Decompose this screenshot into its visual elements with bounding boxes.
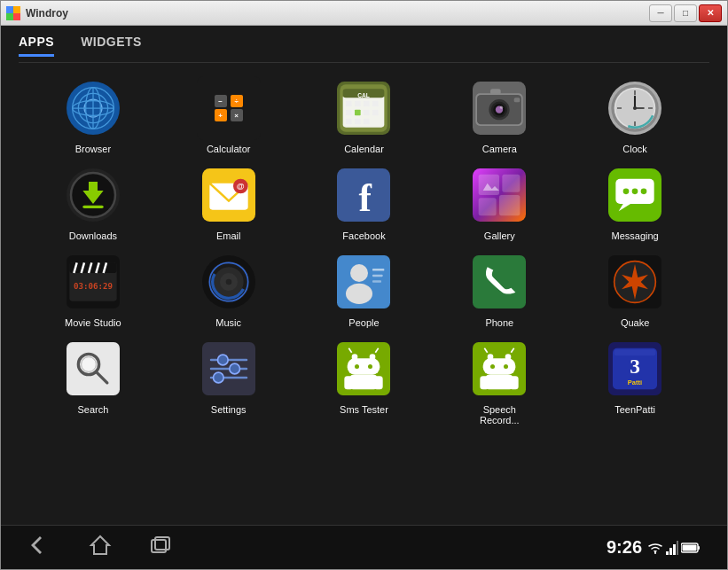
- app-item-smstester[interactable]: Sms Tester: [299, 337, 430, 426]
- app-item-search[interactable]: Search: [27, 337, 159, 426]
- svg-text:03:06:29: 03:06:29: [74, 281, 113, 291]
- svg-rect-18: [355, 101, 361, 107]
- tab-apps[interactable]: APPS: [19, 35, 54, 57]
- svg-marker-136: [91, 536, 109, 554]
- app-label-quake: Quake: [621, 317, 649, 328]
- window-title: Windroy: [26, 7, 68, 20]
- title-bar-left: Windroy: [6, 6, 68, 20]
- svg-rect-93: [372, 280, 381, 283]
- svg-rect-92: [372, 275, 383, 277]
- svg-point-48: [633, 106, 637, 110]
- app-icon-calendar: CAL: [332, 76, 395, 140]
- svg-rect-2: [6, 13, 13, 20]
- svg-rect-113: [348, 358, 380, 374]
- app-item-clock[interactable]: Clock: [569, 76, 701, 154]
- svg-rect-118: [350, 375, 377, 390]
- svg-point-89: [350, 264, 368, 282]
- app-item-moviestudio[interactable]: 03:06:29 Movie Studio: [27, 250, 159, 328]
- app-label-calendar: Calendar: [344, 144, 384, 154]
- app-item-speechrecord[interactable]: Speech Record...: [434, 337, 565, 426]
- svg-rect-62: [503, 175, 521, 192]
- minimize-button[interactable]: ─: [649, 4, 672, 22]
- app-item-teenpatti[interactable]: 3 Patti TeenPatti: [569, 337, 701, 426]
- app-item-downloads[interactable]: Downloads: [27, 163, 159, 241]
- app-label-settings: Settings: [211, 404, 247, 415]
- svg-point-125: [490, 364, 495, 369]
- app-label-phone: Phone: [485, 317, 513, 328]
- app-label-calculator: Calculator: [207, 144, 251, 154]
- app-item-browser[interactable]: Browser: [27, 76, 159, 154]
- app-icon-gallery: [467, 163, 531, 227]
- app-item-calendar[interactable]: CAL: [299, 76, 430, 154]
- app-icon-facebook: f: [332, 163, 395, 227]
- svg-rect-61: [479, 175, 499, 195]
- app-icon-quake: [603, 250, 667, 314]
- app-item-quake[interactable]: Quake: [569, 250, 701, 328]
- wifi-icon: [647, 541, 663, 555]
- app-item-email[interactable]: @ Email: [163, 163, 294, 241]
- svg-point-105: [230, 363, 240, 374]
- svg-rect-140: [666, 551, 669, 555]
- svg-text:f: f: [359, 176, 372, 219]
- app-icon-music: [197, 250, 261, 314]
- svg-point-71: [641, 189, 647, 195]
- app-icon-people: [332, 250, 395, 314]
- app-item-calculator[interactable]: − ÷ + × Calculator: [163, 76, 294, 154]
- recents-button[interactable]: [148, 533, 173, 563]
- svg-text:3: 3: [630, 355, 640, 378]
- svg-point-85: [225, 279, 231, 285]
- svg-rect-22: [355, 110, 361, 116]
- app-label-browser: Browser: [75, 144, 111, 154]
- app-icon-moviestudio: 03:06:29: [61, 250, 125, 314]
- svg-point-35: [500, 106, 503, 109]
- app-grid: Browser − ÷ + × Calculator: [19, 72, 709, 430]
- svg-point-90: [346, 284, 372, 304]
- app-icon-camera: [467, 76, 531, 140]
- app-label-facebook: Facebook: [342, 230, 385, 241]
- svg-rect-0: [6, 6, 13, 13]
- svg-point-103: [217, 355, 228, 365]
- app-item-gallery[interactable]: Gallery: [434, 163, 565, 241]
- app-item-messaging[interactable]: Messaging: [569, 163, 701, 241]
- app-item-people[interactable]: People: [299, 250, 430, 328]
- maximize-button[interactable]: □: [674, 4, 697, 22]
- app-label-email: Email: [216, 230, 241, 241]
- app-item-facebook[interactable]: f Facebook: [299, 163, 430, 241]
- app-icon-phone: [467, 250, 531, 314]
- app-label-people: People: [348, 317, 379, 328]
- svg-rect-63: [479, 198, 497, 215]
- svg-rect-37: [514, 98, 521, 102]
- svg-rect-129: [486, 375, 513, 390]
- app-icon-search: [61, 337, 125, 401]
- svg-rect-134: [614, 349, 656, 355]
- app-item-settings[interactable]: Settings: [163, 337, 294, 426]
- svg-point-114: [355, 364, 359, 369]
- svg-point-107: [213, 372, 223, 383]
- svg-rect-23: [364, 110, 370, 116]
- tab-widgets[interactable]: WIDGETS: [81, 35, 142, 57]
- app-icon-calculator: − ÷ + ×: [197, 76, 261, 140]
- back-button[interactable]: [27, 533, 52, 563]
- svg-rect-146: [683, 544, 697, 550]
- drawer-tabs: APPS WIDGETS: [19, 35, 709, 60]
- signal-icon: [666, 541, 678, 555]
- svg-marker-139: [654, 550, 657, 553]
- svg-rect-27: [364, 119, 370, 125]
- svg-rect-91: [372, 269, 384, 271]
- svg-point-69: [623, 189, 630, 195]
- app-item-music[interactable]: Music: [163, 250, 294, 328]
- svg-rect-94: [473, 255, 526, 308]
- app-label-messaging: Messaging: [611, 230, 658, 241]
- svg-rect-141: [669, 548, 672, 555]
- svg-rect-143: [677, 541, 678, 555]
- app-item-camera[interactable]: Camera: [434, 76, 565, 154]
- svg-rect-3: [13, 13, 20, 20]
- svg-text:@: @: [237, 182, 245, 191]
- app-item-phone[interactable]: Phone: [434, 250, 565, 328]
- app-icon-clock: [603, 76, 667, 140]
- app-icon-email: @: [197, 163, 261, 227]
- svg-point-100: [82, 357, 97, 372]
- app-icon-downloads: [61, 163, 125, 227]
- home-button[interactable]: [88, 533, 113, 563]
- close-button[interactable]: ✕: [699, 4, 722, 22]
